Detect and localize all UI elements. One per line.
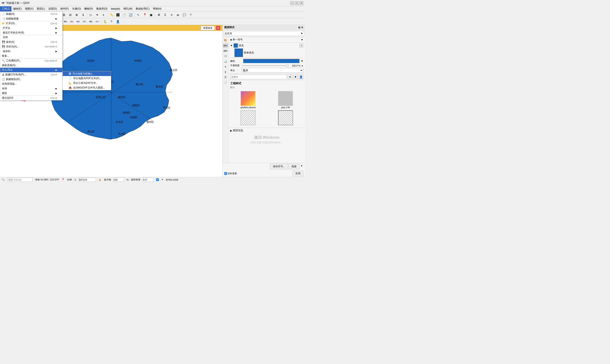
close-button[interactable]: ✕	[299, 1, 303, 5]
menu-web[interactable]: Web(W)	[109, 6, 122, 12]
style-item-hatch1[interactable]	[230, 110, 266, 126]
menu-layout-manager[interactable]: 布局管理器...	[0, 81, 62, 86]
apply-button[interactable]: 应用	[293, 171, 303, 176]
coord-btn[interactable]: 📍	[142, 12, 148, 18]
label-btn3[interactable]: abc	[69, 19, 75, 25]
deselect-btn[interactable]: ✦	[94, 12, 100, 18]
cursor-btn[interactable]: ↖	[135, 12, 141, 18]
scale-input[interactable]	[79, 178, 96, 182]
select-btn[interactable]: ▷	[88, 12, 94, 18]
realtime-checkbox[interactable]	[224, 172, 227, 175]
import-dwg-item[interactable]: 📥 从DWG/DXF文件导入图层...	[63, 85, 111, 90]
menu-processing[interactable]: 数据处理(C)	[134, 6, 151, 12]
layer-select[interactable]: 北京市 ▼	[223, 31, 304, 36]
minimize-button[interactable]: —	[290, 1, 294, 5]
legend-icon[interactable]: 🗒	[223, 75, 228, 80]
diagram-icon[interactable]: 📊	[223, 59, 228, 64]
label-icon[interactable]: abc	[223, 43, 228, 48]
menu-help[interactable]: 帮助(H)	[151, 6, 163, 12]
unit-select[interactable]: 毫米	[242, 68, 303, 73]
fav-add-btn[interactable]: 👤	[299, 75, 303, 79]
history-icon[interactable]: 🕐	[223, 80, 228, 85]
mask-icon[interactable]: abc	[223, 49, 228, 53]
layer-rendering-header[interactable]: ▶ 图层渲染	[230, 129, 303, 132]
add-fill-btn[interactable]: +	[299, 44, 303, 47]
measure-area-btn[interactable]: ⬛	[115, 12, 121, 18]
menu-layer[interactable]: 图层(L)	[35, 6, 47, 12]
meta-icon[interactable]: ℹ	[223, 70, 228, 74]
advanced-arrow[interactable]: ▼	[300, 164, 303, 169]
menu-plugins[interactable]: 插件(P)	[59, 6, 71, 12]
menu-report[interactable]: 📋 新建报告(R)...	[0, 77, 62, 81]
menu-edit[interactable]: 编辑(E)	[12, 6, 23, 12]
opacity-slider[interactable]	[242, 65, 289, 66]
info-btn[interactable]: 🕐	[121, 12, 127, 18]
color-dropdown-arrow[interactable]: ▼	[301, 60, 303, 63]
close-panel-icon[interactable]: ✕	[301, 26, 303, 29]
label-btn7[interactable]: abc	[94, 19, 100, 25]
fav-menu-btn[interactable]: ▼	[293, 75, 298, 79]
layer-btn[interactable]: ▣	[148, 12, 154, 18]
expression-btn[interactable]: ε	[101, 12, 106, 18]
menu-properties[interactable]: 🔧 工程属性(P)... Ctrl+Shift+P	[0, 58, 62, 63]
menu-print-layout[interactable]: 🖨 新建打印布局(P)... Ctrl+P	[0, 72, 62, 77]
menu-snapping[interactable]: 插捉选项(S)...	[0, 63, 62, 67]
menu-revert[interactable]: 恢复...	[0, 53, 62, 58]
chart-btn[interactable]: ≣	[175, 12, 181, 18]
menu-open[interactable]: 📂 打开(O)... Ctrl+O	[0, 21, 62, 26]
settings-btn[interactable]: ⚙	[156, 12, 162, 18]
maximize-button[interactable]: □	[295, 1, 299, 5]
identify-btn[interactable]: ℹ	[80, 12, 86, 18]
fav-search-input[interactable]	[230, 75, 287, 79]
menu-database[interactable]: 数据库(D)	[95, 6, 109, 12]
menu-new[interactable]: 📄 新建(N) Ctrl+N	[0, 12, 62, 16]
menu-close[interactable]: 关闭	[0, 35, 62, 39]
menu-exit[interactable]: 退出QGIS Ctrl+Q	[0, 95, 62, 100]
menu-models[interactable]: 模型 ▶	[0, 91, 62, 95]
menu-settings[interactable]: 设置(S)	[47, 6, 59, 12]
menu-recent[interactable]: 最近打开的文件(R) ▶	[0, 30, 62, 35]
question-btn[interactable]: ?	[188, 12, 194, 18]
menu-saveto[interactable]: 保存到 ▶	[0, 49, 62, 53]
view-error-button[interactable]: 查看错误	[201, 26, 215, 30]
label-btn4[interactable]: abc	[75, 19, 81, 25]
pan-map-btn[interactable]: ⊗	[74, 12, 80, 18]
sum-btn[interactable]: Σ	[162, 12, 168, 18]
advanced-button[interactable]: 高级	[289, 164, 299, 169]
label-btn2[interactable]: abc	[63, 19, 68, 25]
menu-saveas[interactable]: 💾 另存为(A)... Ctrl+Shift+S	[0, 44, 62, 49]
menu-import-export[interactable]: 导入/导出 ▶	[0, 67, 62, 72]
3d-icon[interactable]: ⬡	[223, 54, 228, 58]
menu-raster[interactable]: 栅格(R)	[83, 6, 95, 12]
notification-close-button[interactable]: ✕	[216, 26, 220, 30]
menu-vector[interactable]: 矢量(O)	[71, 6, 83, 12]
menu-view[interactable]: 视图(V)	[23, 6, 35, 12]
measure-btn[interactable]: 📏	[108, 12, 114, 18]
rotation-input[interactable]	[143, 178, 154, 182]
menu-layouts[interactable]: 布局 ▶	[0, 86, 62, 91]
dock-icon[interactable]: ⊟	[298, 26, 300, 29]
stats-btn[interactable]: ≡	[169, 12, 175, 18]
label-btn6[interactable]: abc	[88, 19, 94, 25]
fav-clear-btn[interactable]: ✕	[288, 75, 292, 79]
simple-fill-preview[interactable]	[234, 49, 243, 57]
fields-icon[interactable]: ≡	[223, 64, 228, 69]
style-item-hatch2[interactable]	[268, 110, 303, 126]
refresh-btn[interactable]: 🔄	[128, 12, 133, 18]
python-btn[interactable]: 🐍	[102, 19, 108, 25]
style-item-gray[interactable]: gray 3 fill	[268, 91, 303, 109]
dialog-btn[interactable]: 💬	[181, 12, 187, 18]
menu-save[interactable]: 💾 保存(S) Ctrl+S	[0, 39, 62, 44]
help-btn2[interactable]: ?	[108, 19, 114, 25]
render-checkbox[interactable]	[156, 178, 159, 181]
export-pdf-item[interactable]: 📄 导出地图为PDF文件(P)...	[63, 76, 111, 81]
color-picker[interactable]	[243, 59, 299, 63]
zoom-input[interactable]	[114, 178, 124, 182]
paint-icon[interactable]: 🎨	[223, 38, 228, 43]
export-image-item[interactable]: 🖼 导出地图为图像()...	[63, 71, 111, 76]
label-btn5[interactable]: abc	[81, 19, 88, 25]
export-dxf-item[interactable]: 📐 导出工程为DXF文件...	[63, 81, 111, 85]
menu-project[interactable]: 工程(J)	[0, 6, 12, 12]
search-input[interactable]	[7, 178, 33, 182]
style-item-gradient[interactable]: gradient plasma	[230, 91, 266, 109]
